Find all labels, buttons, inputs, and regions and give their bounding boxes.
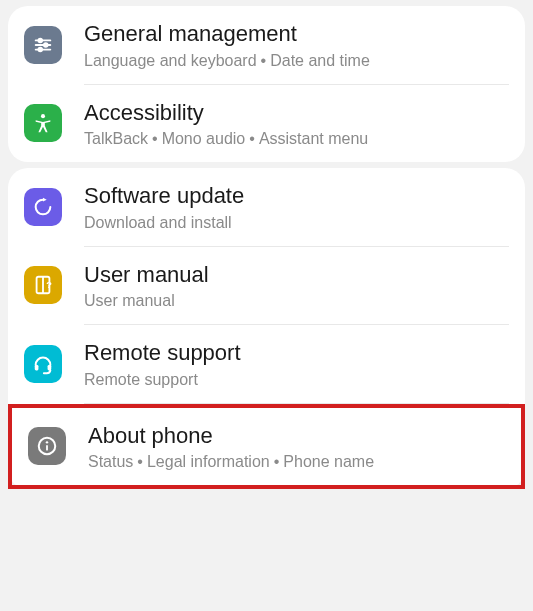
item-text: Remote support Remote support [84,339,509,389]
svg-point-13 [46,441,48,443]
item-text: About phone Status•Legal information•Pho… [88,422,505,472]
settings-item-remote-support[interactable]: Remote support Remote support [8,325,525,403]
item-subtitle: Status•Legal information•Phone name [88,453,505,471]
item-title: User manual [84,261,509,289]
update-icon [24,188,62,226]
svg-point-1 [38,38,42,42]
accessibility-icon [24,104,62,142]
settings-sliders-icon [24,26,62,64]
item-text: Accessibility TalkBack•Mono audio•Assist… [84,99,509,149]
settings-item-accessibility[interactable]: Accessibility TalkBack•Mono audio•Assist… [8,85,525,163]
settings-item-about-phone[interactable]: About phone Status•Legal information•Pho… [12,408,521,486]
settings-item-user-manual[interactable]: ? User manual User manual [8,247,525,325]
item-title: Accessibility [84,99,509,127]
svg-point-6 [41,114,45,118]
svg-point-3 [44,43,48,47]
headset-icon [24,345,62,383]
svg-point-5 [38,48,42,52]
settings-item-software-update[interactable]: Software update Download and install [8,168,525,246]
manual-icon: ? [24,266,62,304]
item-subtitle: User manual [84,292,509,310]
item-subtitle: Remote support [84,371,509,389]
item-title: About phone [88,422,505,450]
settings-item-general-management[interactable]: General management Language and keyboard… [8,6,525,84]
item-subtitle: Download and install [84,214,509,232]
item-title: General management [84,20,509,48]
info-icon [28,427,66,465]
svg-rect-10 [35,365,39,371]
item-text: User manual User manual [84,261,509,311]
settings-card-general: General management Language and keyboard… [8,6,525,162]
highlight-annotation: About phone Status•Legal information•Pho… [8,404,525,490]
svg-rect-14 [46,445,48,451]
item-title: Software update [84,182,509,210]
item-subtitle: Language and keyboard•Date and time [84,52,509,70]
item-subtitle: TalkBack•Mono audio•Assistant menu [84,130,509,148]
settings-card-system: Software update Download and install ? U… [8,168,525,489]
svg-text:?: ? [46,280,52,290]
item-text: Software update Download and install [84,182,509,232]
item-text: General management Language and keyboard… [84,20,509,70]
item-title: Remote support [84,339,509,367]
